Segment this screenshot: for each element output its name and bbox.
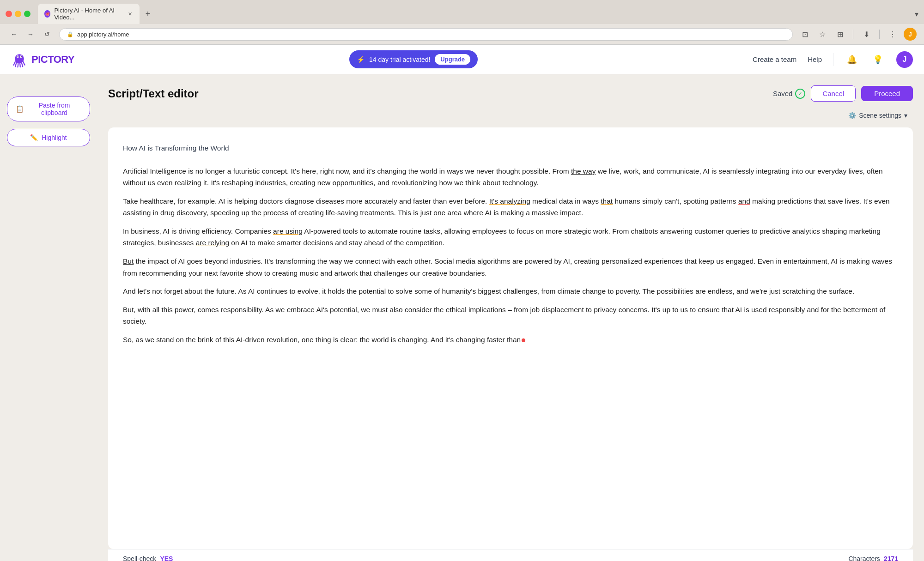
- paragraph-2: Take healthcare, for example. AI is help…: [123, 195, 898, 219]
- nav-right-icons: ⊡ ☆ ⊞ ⬇ ⋮ J: [798, 28, 917, 41]
- lock-icon: 🔒: [67, 31, 73, 37]
- octopus-logo-icon: [11, 51, 28, 68]
- paragraph-1: Artificial Intelligence is no longer a f…: [123, 165, 898, 189]
- highlight-icon: ✏️: [30, 134, 38, 141]
- svg-point-4: [21, 56, 22, 57]
- maximize-window-button[interactable]: [24, 11, 30, 17]
- paragraph-5: And let's not forget about the future. A…: [123, 285, 898, 297]
- spell-check-area: Spell-check YES: [123, 555, 173, 561]
- svg-point-0: [15, 54, 24, 63]
- underline-that: that: [601, 197, 613, 205]
- logo-area: PICTORY: [11, 51, 74, 68]
- minimize-window-button[interactable]: [15, 11, 21, 17]
- trial-text: 14 day trial activated!: [369, 56, 430, 63]
- logo-text: PICTORY: [31, 54, 74, 66]
- underline-are-relying: are relying: [196, 239, 229, 247]
- saved-indicator: Saved ✓: [773, 89, 806, 99]
- app-header: PICTORY ⚡ 14 day trial activated! Upgrad…: [0, 45, 924, 74]
- paragraph-3: In business, AI is driving efficiency. C…: [123, 225, 898, 249]
- paragraph-7: So, as we stand on the brink of this AI-…: [123, 334, 898, 346]
- notifications-icon[interactable]: 🔔: [845, 52, 859, 67]
- paste-from-clipboard-button[interactable]: 📋 Paste from clipboard: [7, 97, 90, 121]
- browser-profile-avatar[interactable]: J: [904, 28, 917, 41]
- scene-settings-label: Scene settings: [859, 112, 901, 119]
- tab-favicon: 🐙: [44, 10, 50, 18]
- browser-chrome: 🐙 Pictory.AI - Home of AI Video... ✕ + ▾…: [0, 0, 924, 45]
- spell-check-value: YES: [160, 555, 173, 561]
- refresh-button[interactable]: ↺: [41, 28, 54, 41]
- address-bar[interactable]: 🔒 app.pictory.ai/home: [59, 28, 793, 41]
- header-right: Create a team Help 🔔 💡 J: [753, 51, 913, 68]
- scene-settings-button[interactable]: ⚙️ Scene settings ▾: [843, 109, 913, 122]
- url-text: app.pictory.ai/home: [77, 31, 129, 38]
- editor-header: Script/Text editor Saved ✓ Cancel Procee…: [108, 85, 913, 102]
- paste-label: Paste from clipboard: [27, 102, 81, 116]
- tab-bar: 🐙 Pictory.AI - Home of AI Video... ✕ + ▾: [0, 0, 924, 24]
- svg-point-3: [18, 56, 18, 57]
- document-title: How AI is Transforming the World: [123, 142, 898, 154]
- red-dot-indicator: [522, 338, 525, 342]
- new-tab-button[interactable]: +: [141, 7, 154, 20]
- help-link[interactable]: Help: [808, 55, 822, 63]
- highlight-label: Highlight: [42, 134, 67, 141]
- proceed-button[interactable]: Proceed: [861, 86, 913, 101]
- text-editor-box[interactable]: How AI is Transforming the World Artific…: [108, 127, 913, 549]
- trial-banner: ⚡ 14 day trial activated! Upgrade: [349, 50, 478, 68]
- underline-and: and: [738, 197, 750, 205]
- saved-label: Saved: [773, 90, 793, 97]
- characters-label: Characters: [848, 555, 880, 561]
- screen-cast-icon[interactable]: ⊡: [798, 28, 811, 41]
- bookmark-icon[interactable]: ☆: [816, 28, 829, 41]
- underline-span: the way: [571, 167, 596, 175]
- cancel-button[interactable]: Cancel: [811, 85, 856, 102]
- back-button[interactable]: ←: [7, 28, 20, 41]
- nav-bar: ← → ↺ 🔒 app.pictory.ai/home ⊡ ☆ ⊞ ⬇ ⋮ J: [0, 24, 924, 44]
- nav-separator: [853, 30, 853, 39]
- status-bar: Spell-check YES Characters 2171: [108, 549, 913, 561]
- tab-expand-button[interactable]: ▾: [915, 10, 918, 18]
- active-tab[interactable]: 🐙 Pictory.AI - Home of AI Video... ✕: [38, 4, 140, 24]
- clipboard-icon: 📋: [16, 105, 24, 113]
- trial-icon: ⚡: [357, 56, 365, 63]
- editor-area: Script/Text editor Saved ✓ Cancel Procee…: [97, 74, 924, 561]
- paragraph-6: But, with all this power, comes responsi…: [123, 304, 898, 327]
- spell-check-label: Spell-check: [123, 555, 156, 561]
- editor-title: Script/Text editor: [108, 87, 199, 100]
- saved-check-icon: ✓: [795, 89, 805, 99]
- download-icon[interactable]: ⬇: [860, 28, 873, 41]
- create-team-link[interactable]: Create a team: [753, 55, 796, 63]
- char-count-area: Characters 2171: [848, 555, 898, 561]
- underline-analyzing: It's analyzing: [489, 197, 530, 205]
- characters-value: 2171: [884, 555, 898, 561]
- close-window-button[interactable]: [6, 11, 12, 17]
- scene-settings-bar: ⚙️ Scene settings ▾: [108, 109, 913, 122]
- editor-actions: Saved ✓ Cancel Proceed: [773, 85, 913, 102]
- bulb-icon[interactable]: 💡: [870, 52, 885, 67]
- traffic-lights: [6, 11, 30, 17]
- left-sidebar: 📋 Paste from clipboard ✏️ Highlight: [0, 74, 97, 561]
- underline-but: But: [123, 257, 134, 265]
- gear-icon: ⚙️: [848, 112, 856, 119]
- chevron-down-icon: ▾: [904, 112, 907, 119]
- tab-title: Pictory.AI - Home of AI Video...: [54, 7, 123, 21]
- nav-separator-2: [879, 30, 880, 39]
- main-content: 📋 Paste from clipboard ✏️ Highlight Scri…: [0, 74, 924, 561]
- extensions-icon[interactable]: ⊞: [833, 28, 846, 41]
- highlight-button[interactable]: ✏️ Highlight: [7, 129, 90, 146]
- upgrade-button[interactable]: Upgrade: [435, 54, 470, 65]
- settings-icon[interactable]: ⋮: [886, 28, 899, 41]
- forward-button[interactable]: →: [24, 28, 37, 41]
- user-avatar[interactable]: J: [896, 51, 913, 68]
- paragraph-4: But the impact of AI goes beyond industr…: [123, 255, 898, 279]
- underline-are-using: are using: [273, 227, 303, 235]
- tab-close-button[interactable]: ✕: [127, 10, 133, 18]
- nav-controls: ← → ↺: [7, 28, 54, 41]
- header-divider: [833, 53, 833, 66]
